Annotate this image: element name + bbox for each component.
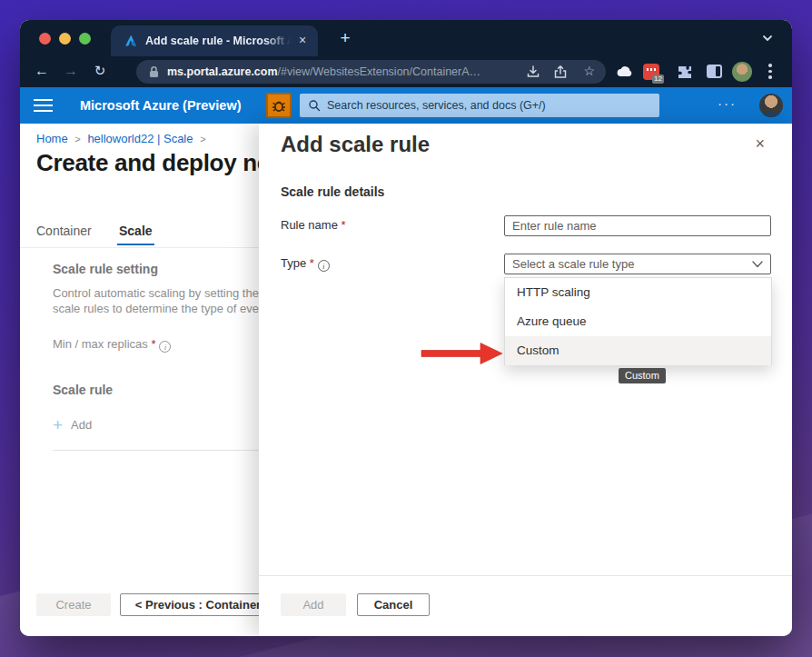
forward-button[interactable]: →	[60, 56, 82, 87]
annotation-arrow-icon	[421, 342, 504, 365]
scale-setting-description-line1: Control automatic scaling by setting the…	[53, 286, 259, 300]
bookmark-star-icon[interactable]: ☆	[583, 60, 595, 84]
type-label: Type *	[281, 256, 330, 272]
browser-tab[interactable]: Add scale rule - Microsoft Azur ×	[111, 25, 318, 56]
cloud-extension-icon[interactable]	[615, 65, 635, 79]
bug-report-button[interactable]	[266, 93, 292, 118]
previous-container-button[interactable]: < Previous : Container	[120, 593, 259, 616]
add-button[interactable]: Add	[281, 593, 346, 616]
tabs-divider	[20, 247, 259, 248]
bug-icon	[271, 97, 287, 114]
address-bar[interactable]: ms.portal.azure.com/#view/WebsitesExtens…	[136, 60, 606, 84]
plus-icon: +	[53, 415, 63, 434]
info-icon[interactable]	[159, 341, 171, 353]
required-asterisk: *	[341, 218, 345, 232]
share-icon[interactable]	[553, 65, 568, 79]
browser-window: Add scale rule - Microsoft Azur × + ← → …	[20, 20, 792, 636]
search-icon	[308, 99, 321, 112]
back-button[interactable]: ←	[31, 56, 53, 87]
cancel-button[interactable]: Cancel	[357, 593, 430, 616]
azure-favicon-icon	[124, 34, 138, 48]
dropdown-option-azure-queue[interactable]: Azure queue	[505, 307, 771, 336]
azure-search-input[interactable]	[327, 94, 650, 117]
breadcrumb-scale-link[interactable]: helloworld22 | Scale	[87, 132, 193, 145]
type-select-value: Select a scale rule type	[512, 254, 634, 274]
chevron-down-icon	[752, 261, 763, 268]
chrome-menu-icon[interactable]	[768, 64, 772, 80]
url-text: ms.portal.azure.com/#view/WebsitesExtens…	[167, 60, 503, 84]
info-icon[interactable]	[318, 260, 330, 272]
rule-name-label: Rule name *	[281, 218, 346, 232]
add-scale-rule-link[interactable]: +Add	[53, 415, 92, 435]
panel-footer-divider	[259, 575, 792, 576]
extension-dots	[646, 68, 657, 71]
scale-setting-description-line2: scale rules to determine the type of eve…	[53, 302, 259, 315]
custom-tooltip: Custom	[619, 368, 666, 383]
required-asterisk: *	[310, 256, 314, 270]
add-scale-rule-panel: Add scale rule × Scale rule details Rule…	[259, 124, 792, 636]
tab-container[interactable]: Container	[36, 224, 92, 238]
url-path: /#view/WebsitesExtension/ContainerA…	[278, 65, 481, 78]
browser-profile-avatar[interactable]	[732, 62, 752, 82]
scale-rule-setting-heading: Scale rule setting	[53, 262, 158, 276]
azure-search-bar[interactable]	[300, 94, 659, 117]
url-domain: ms.portal.azure.com	[167, 65, 278, 78]
macos-close-button[interactable]	[39, 33, 51, 45]
macos-zoom-button[interactable]	[79, 33, 91, 45]
dropdown-option-custom[interactable]: Custom	[505, 336, 771, 365]
scale-rule-heading: Scale rule	[53, 383, 113, 397]
rule-name-input[interactable]	[504, 215, 771, 236]
add-link-label: Add	[71, 418, 92, 432]
azure-header: Microsoft Azure (Preview) ···	[20, 87, 792, 124]
page-content-left: Home > helloworld22 | Scale > Create and…	[20, 124, 259, 636]
browser-toolbar: ← → ↻ ms.portal.azure.com/#view/Websites…	[20, 56, 792, 87]
new-tab-button[interactable]: +	[334, 23, 356, 54]
red-extension-icon[interactable]: 12	[643, 64, 659, 80]
azure-brand-title[interactable]: Microsoft Azure (Preview)	[80, 87, 242, 124]
lock-icon	[149, 65, 159, 78]
tab-search-chevron-icon[interactable]	[761, 32, 774, 45]
macos-minimize-button[interactable]	[59, 33, 71, 45]
azure-overflow-menu[interactable]: ···	[718, 87, 737, 124]
side-panel-icon[interactable]	[707, 65, 722, 78]
breadcrumb-separator: >	[74, 134, 80, 144]
type-dropdown-list: HTTP scaling Azure queue Custom	[504, 277, 772, 365]
breadcrumb-separator: >	[200, 134, 205, 144]
breadcrumb: Home > helloworld22 | Scale >	[36, 132, 210, 145]
download-icon[interactable]	[526, 65, 540, 79]
required-asterisk: *	[151, 337, 155, 351]
refresh-button[interactable]: ↻	[89, 56, 111, 87]
tab-title: Add scale rule - Microsoft Azur	[145, 25, 291, 56]
min-max-replicas-label: Min / max replicas *	[53, 337, 171, 353]
azure-account-avatar[interactable]	[759, 94, 783, 117]
page-title: Create and deploy new	[36, 149, 259, 177]
panel-close-icon[interactable]: ×	[755, 134, 765, 154]
scale-rule-details-heading: Scale rule details	[281, 184, 384, 199]
extensions-puzzle-icon[interactable]	[678, 65, 693, 80]
create-button[interactable]: Create	[36, 593, 111, 616]
dropdown-option-http-scaling[interactable]: HTTP scaling	[505, 278, 771, 307]
breadcrumb-home-link[interactable]: Home	[36, 132, 68, 145]
hamburger-menu-icon[interactable]	[34, 99, 53, 112]
panel-title: Add scale rule	[281, 132, 430, 157]
type-select[interactable]: Select a scale rule type	[504, 254, 771, 274]
scale-rule-divider	[53, 450, 259, 451]
desktop-wallpaper: Add scale rule - Microsoft Azur × + ← → …	[0, 0, 812, 657]
tab-scale[interactable]: Scale	[119, 224, 153, 238]
browser-tab-strip: Add scale rule - Microsoft Azur × +	[20, 20, 792, 56]
extension-badge: 12	[652, 75, 664, 84]
page-tabs: Container Scale	[20, 222, 259, 247]
tab-close-icon[interactable]: ×	[294, 25, 311, 56]
